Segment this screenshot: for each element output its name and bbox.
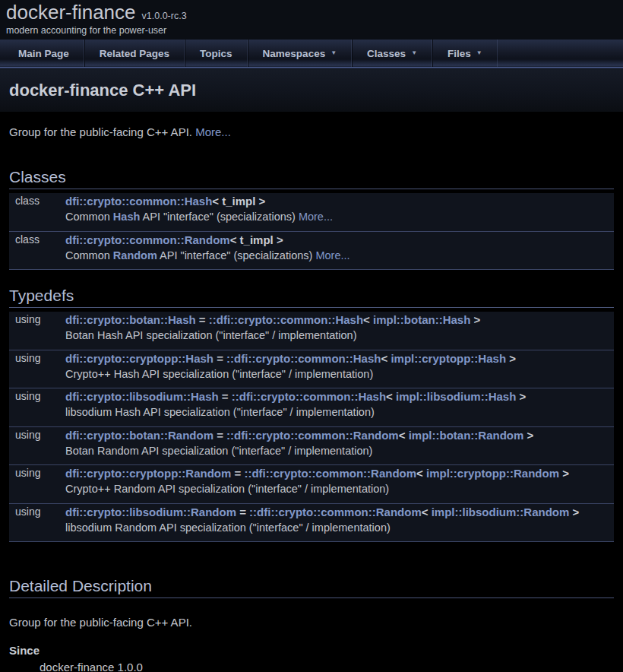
tab-topics[interactable]: Topics: [185, 40, 248, 67]
equals-sign: =: [236, 506, 249, 518]
typedefs-heading: Typedefs: [9, 287, 614, 308]
spacer-cell: [9, 328, 65, 344]
member-desc: Common Hash API "interface" (specializat…: [65, 209, 614, 225]
more-link[interactable]: More...: [195, 125, 231, 138]
spacer-cell: [9, 443, 65, 459]
tab-label: Classes: [367, 48, 406, 59]
member-kind: using: [9, 312, 65, 328]
row-separator: [9, 382, 614, 388]
angle-close: >: [559, 467, 569, 480]
member-kind: using: [9, 350, 65, 366]
impl-link[interactable]: impl::libsodium::Hash: [396, 390, 516, 403]
angle-close: >: [516, 390, 526, 403]
angle-open: <: [422, 506, 432, 518]
template-args: < t_impl >: [212, 195, 265, 208]
project-brief: modern accounting for the power-user: [6, 25, 623, 36]
type-link[interactable]: ::dfi::crypto::common::Random: [226, 429, 399, 442]
page-title: docker-finance C++ API: [9, 81, 196, 100]
angle-open: <: [399, 429, 409, 442]
typedef-link[interactable]: dfi::crypto::cryptopp::Hash: [65, 352, 213, 365]
desc-text: Common: [65, 211, 113, 223]
contents: Group for the public-facing C++ API. Mor…: [0, 125, 623, 672]
table-row: using dfi::crypto::botan::Random = ::dfi…: [9, 426, 614, 443]
table-row: using dfi::crypto::botan::Hash = ::dfi::…: [9, 312, 614, 328]
class-link[interactable]: Hash: [113, 211, 140, 223]
impl-link[interactable]: impl::botan::Random: [409, 429, 524, 442]
table-row-desc: Crypto++ Random API specialization ("int…: [9, 481, 614, 497]
tab-related-pages[interactable]: Related Pages: [84, 40, 185, 67]
typedef-link[interactable]: dfi::crypto::libsodium::Hash: [65, 390, 219, 403]
main-nav: Main Page Related Pages Topics Namespace…: [0, 40, 623, 68]
table-row-desc: Botan Random API specialization ("interf…: [9, 443, 614, 459]
member-kind: using: [9, 426, 65, 443]
typedef-link[interactable]: dfi::crypto::libsodium::Random: [65, 506, 236, 518]
tab-label: Namespaces: [263, 48, 326, 59]
typedef-link[interactable]: dfi::crypto::cryptopp::Random: [65, 467, 231, 480]
class-link[interactable]: dfi::crypto::common::Hash: [65, 195, 212, 208]
tab-namespaces[interactable]: Namespaces▼: [248, 40, 352, 67]
more-link[interactable]: More...: [299, 211, 333, 223]
table-row-desc: Botan Hash API specialization ("interfac…: [9, 328, 614, 344]
desc-text: API "interface" (specializations): [140, 211, 299, 223]
table-row: class dfi::crypto::common::Hash< t_impl …: [9, 193, 614, 209]
detailed-description-heading: Detailed Description: [9, 577, 614, 598]
table-row: class dfi::crypto::common::Random< t_imp…: [9, 231, 614, 248]
type-link[interactable]: ::dfi::crypto::common::Random: [249, 506, 422, 518]
page-header: docker-finance C++ API: [0, 68, 623, 112]
impl-link[interactable]: impl::cryptopp::Hash: [391, 352, 506, 365]
project-version: v1.0.0-rc.3: [142, 11, 187, 21]
tab-label: Main Page: [18, 48, 69, 59]
type-link[interactable]: ::dfi::crypto::common::Hash: [232, 390, 386, 403]
member-name: dfi::crypto::cryptopp::Random = ::dfi::c…: [65, 465, 614, 482]
detail-paragraph: Group for the public-facing C++ API.: [9, 615, 614, 629]
member-desc: Botan Hash API specialization ("interfac…: [65, 328, 614, 344]
member-name: dfi::crypto::botan::Hash = ::dfi::crypto…: [65, 312, 614, 328]
classes-heading: Classes: [9, 168, 614, 189]
project-name: docker-finance: [6, 1, 136, 24]
type-link[interactable]: ::dfi::crypto::common::Hash: [209, 313, 363, 326]
member-kind: class: [9, 193, 65, 209]
classes-table: class dfi::crypto::common::Hash< t_impl …: [9, 193, 614, 270]
spacer-cell: [9, 404, 65, 420]
impl-link[interactable]: impl::cryptopp::Random: [426, 467, 559, 480]
spacer-cell: [9, 520, 65, 536]
member-kind: using: [9, 388, 65, 405]
typedefs-table: using dfi::crypto::botan::Hash = ::dfi::…: [9, 312, 614, 542]
row-separator: [9, 344, 614, 350]
chevron-down-icon: ▼: [476, 50, 482, 56]
member-desc: Crypto++ Random API specialization ("int…: [65, 481, 614, 497]
member-kind: class: [9, 231, 65, 248]
typedef-link[interactable]: dfi::crypto::botan::Random: [65, 429, 213, 442]
member-kind: using: [9, 503, 65, 520]
spacer-cell: [9, 366, 65, 382]
member-name: dfi::crypto::libsodium::Random = ::dfi::…: [65, 503, 614, 520]
since-value: docker-finance 1.0.0: [40, 661, 614, 672]
member-desc: Common Random API "interface" (specializ…: [65, 248, 614, 264]
equals-sign: =: [231, 467, 244, 480]
table-row-desc: Crypto++ Hash API specialization ("inter…: [9, 366, 614, 382]
type-link[interactable]: ::dfi::crypto::common::Random: [244, 467, 416, 480]
more-link[interactable]: More...: [315, 249, 349, 262]
typedef-link[interactable]: dfi::crypto::botan::Hash: [65, 313, 196, 326]
row-separator: [9, 264, 614, 270]
impl-link[interactable]: impl::botan::Hash: [373, 313, 470, 326]
tab-classes[interactable]: Classes▼: [352, 40, 432, 67]
member-desc: Botan Random API specialization ("interf…: [65, 443, 614, 459]
intro-text: Group for the public-facing C++ API.: [9, 125, 195, 138]
angle-open: <: [386, 390, 396, 403]
class-link[interactable]: Random: [113, 249, 157, 262]
tab-main-page[interactable]: Main Page: [4, 40, 84, 67]
class-link[interactable]: dfi::crypto::common::Random: [65, 233, 230, 246]
impl-link[interactable]: impl::libsodium::Random: [432, 506, 570, 518]
table-row: using dfi::crypto::cryptopp::Hash = ::df…: [9, 350, 614, 366]
row-separator: [9, 459, 614, 465]
tab-files[interactable]: Files▼: [432, 40, 498, 67]
member-name: dfi::crypto::common::Random< t_impl >: [65, 231, 614, 248]
equals-sign: =: [213, 429, 226, 442]
row-separator: [9, 225, 614, 231]
table-row: using dfi::crypto::libsodium::Random = :…: [9, 503, 614, 520]
tab-label: Related Pages: [100, 48, 169, 59]
table-row-desc: libsodium Random API specialization ("in…: [9, 520, 614, 536]
type-link[interactable]: ::dfi::crypto::common::Hash: [226, 352, 381, 365]
row-separator: [9, 536, 614, 542]
